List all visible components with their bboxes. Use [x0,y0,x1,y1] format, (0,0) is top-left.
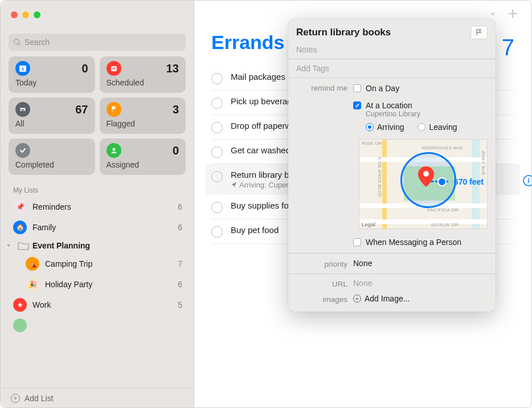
complete-toggle[interactable] [211,202,223,213]
list-count: 5 [178,300,182,309]
smart-assigned[interactable]: 0 Assigned [100,138,186,175]
smart-completed[interactable]: Completed [9,138,95,175]
checkbox-icon [353,84,361,92]
at-location-label: At a Location [366,101,412,110]
plus-icon: + [353,295,361,303]
plus-icon: + [11,394,20,403]
complete-toggle[interactable] [211,171,223,182]
add-list-button[interactable]: + Add List [1,387,194,408]
on-day-checkbox-row[interactable]: On a Day [353,83,488,94]
smart-all-label: All [15,119,88,128]
list-count: 6 [178,202,182,211]
smart-today-label: Today [15,78,88,87]
smart-all-count: 67 [75,103,88,116]
list-name: Holiday Party [45,280,172,289]
chevron-down-icon [5,242,12,249]
smart-scheduled-count: 13 [166,62,179,75]
sidebar-list-family[interactable]: 🏠 Family 6 [1,217,194,238]
images-label: images [296,294,353,304]
leaving-label: Leaving [429,123,457,132]
svg-point-0 [14,39,19,44]
list-count: 6 [178,280,182,289]
info-button[interactable]: i [522,174,532,187]
url-field[interactable]: None [353,279,488,288]
smart-all[interactable]: 67 All [9,97,95,134]
list-name: Work [32,300,172,309]
checkbox-icon [353,238,361,246]
list-count: 7 [178,259,182,268]
sidebar-folder-event-planning[interactable]: Event Planning [1,238,194,254]
smart-scheduled[interactable]: 13 Scheduled [100,56,186,93]
tray-icon [15,102,30,117]
zoom-window-button[interactable] [34,11,40,18]
svg-line-1 [19,44,21,46]
close-window-button[interactable] [11,11,18,18]
radius-handle[interactable] [437,177,447,186]
toolbar-chevron-icon[interactable] [489,9,496,19]
street-label: PACIFICA DR [427,207,459,213]
list-icon: 🎉 [26,278,39,291]
search-input[interactable] [24,38,181,47]
map-legal-link[interactable]: Legal [362,222,376,227]
complete-toggle[interactable] [211,226,223,238]
popover-title[interactable]: Return library books [296,27,465,38]
calendar-icon: 5 [15,61,30,76]
remind-me-label: remind me [296,83,353,92]
street-label: RISE DR [362,141,382,146]
complete-toggle[interactable] [211,73,223,84]
complete-toggle[interactable] [211,97,223,109]
sidebar-list-cutoff[interactable] [1,315,194,336]
flag-button[interactable] [470,26,488,39]
list-name: Camping Trip [45,259,172,268]
flag-icon [475,28,483,36]
arriving-radio[interactable]: Arriving [366,123,404,132]
search-icon [13,38,21,46]
smart-flagged-count: 3 [173,103,179,116]
tags-field[interactable]: Add Tags [288,62,496,75]
add-image-label: Add Image... [365,294,410,303]
list-icon: ★ [13,298,27,312]
svg-point-8 [112,148,115,151]
search-box[interactable] [9,34,186,51]
leaving-radio[interactable]: Leaving [418,123,457,132]
add-image-button[interactable]: + Add Image... [353,294,488,303]
complete-toggle[interactable] [211,122,223,133]
smart-flagged[interactable]: 3 Flagged [100,97,186,134]
radio-on-icon [366,123,374,131]
notes-field[interactable]: Notes [288,43,496,56]
radius-distance: 670 feet [454,177,484,186]
radio-off-icon [418,123,425,131]
sidebar: 5 0 Today 13 Scheduled [1,1,194,408]
location-name: Cupertino Library [353,110,488,118]
folder-icon [18,241,29,250]
location-map[interactable]: RISE DR S DE ANZA BLVD RODRIGUES AVE ANE… [359,139,488,229]
smart-assigned-label: Assigned [107,160,179,169]
person-icon [107,143,121,158]
smart-today[interactable]: 5 0 Today [9,56,95,93]
toolbar [489,9,518,19]
complete-toggle[interactable] [211,146,223,158]
titlebar [1,1,51,29]
detail-popover: Return library books Notes Add Tags remi… [288,19,496,312]
street-label: RODRIGUES AVE [422,145,463,150]
list-icon: 🏠 [13,221,27,234]
sidebar-list-camping-trip[interactable]: ⛺ Camping Trip 7 [1,254,194,274]
list-count: 6 [178,223,182,232]
url-label: URL [296,279,353,288]
street-label: S DE ANZA BLVD [377,157,382,197]
svg-text:i: i [527,177,530,185]
smart-today-count: 0 [81,62,88,75]
svg-text:5: 5 [22,67,24,71]
list-icon [13,319,27,332]
sidebar-list-reminders[interactable]: 📌 Reminders 6 [1,197,194,217]
messaging-checkbox-row[interactable]: When Messaging a Person [353,236,488,248]
priority-select[interactable]: None [353,259,488,268]
checkbox-checked-icon [353,101,361,109]
add-reminder-button[interactable] [508,9,518,19]
minimize-window-button[interactable] [22,11,29,18]
sidebar-list-holiday-party[interactable]: 🎉 Holiday Party 6 [1,274,194,295]
list-name: Family [32,223,172,232]
sidebar-list-work[interactable]: ★ Work 5 [1,295,194,315]
arriving-label: Arriving [377,123,404,132]
at-location-checkbox-row[interactable]: At a Location [353,100,488,111]
